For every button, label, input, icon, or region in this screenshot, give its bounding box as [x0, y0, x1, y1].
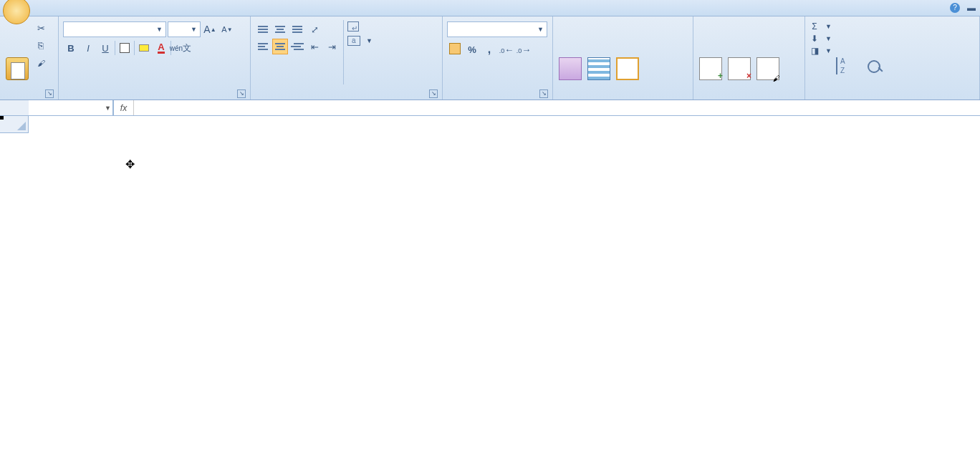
group-font: ▼ ▼ A▲ A▼ B I U A wén文 ↘ — [59, 16, 251, 100]
table-icon — [587, 57, 610, 80]
cell-style-icon — [616, 57, 639, 80]
decrease-indent-button[interactable]: ⇤ — [307, 39, 322, 54]
currency-icon — [449, 43, 461, 57]
font-launcher[interactable]: ↘ — [237, 89, 246, 98]
spreadsheet: ✥ — [0, 116, 980, 451]
autosum-button[interactable]: Σ▼ — [810, 21, 832, 31]
chevron-down-icon: ▼ — [191, 26, 197, 33]
orientation-button[interactable]: ⤢ — [307, 21, 322, 37]
help-area: ? ▬ — [950, 3, 976, 13]
cond-format-icon — [559, 57, 582, 80]
format-as-table-button[interactable] — [585, 19, 613, 84]
alignment-launcher[interactable]: ↘ — [429, 89, 438, 98]
column-headers — [29, 116, 980, 133]
select-all-corner[interactable] — [0, 116, 29, 133]
fill-color-button[interactable] — [136, 40, 152, 56]
paste-icon — [6, 57, 29, 80]
clear-button[interactable]: ◨▼ — [810, 46, 832, 56]
clipboard-launcher[interactable]: ↘ — [45, 89, 54, 98]
group-clipboard: ↘ — [0, 16, 59, 100]
percent-icon — [468, 44, 476, 55]
sigma-icon: Σ — [810, 21, 820, 31]
cell-styles-button[interactable] — [613, 19, 642, 84]
find-icon — [865, 57, 888, 80]
tab-bar: ? ▬ — [0, 0, 980, 16]
phonetic-button[interactable]: wén文 — [173, 40, 188, 56]
insert-icon — [699, 57, 722, 80]
fill-button[interactable]: ⬇▼ — [810, 34, 832, 44]
underline-button[interactable]: U — [97, 40, 113, 56]
comma-icon — [488, 43, 491, 56]
wrap-text-button[interactable] — [347, 21, 373, 31]
increase-indent-button[interactable]: ⇥ — [324, 39, 340, 54]
decrease-font-button[interactable]: A▼ — [219, 21, 235, 37]
insert-cells-button[interactable] — [696, 19, 725, 84]
font-size-combo[interactable]: ▼ — [168, 21, 201, 37]
help-icon[interactable]: ? — [950, 3, 960, 13]
minimize-ribbon-icon[interactable]: ▬ — [967, 3, 976, 13]
border-icon — [120, 43, 130, 53]
fill-down-icon: ⬇ — [810, 34, 820, 44]
sort-filter-button[interactable] — [833, 19, 862, 84]
copy-icon — [38, 40, 44, 51]
align-top-button[interactable] — [255, 21, 271, 37]
eraser-icon: ◨ — [810, 46, 820, 56]
align-left-button[interactable] — [255, 39, 271, 54]
delete-icon — [728, 57, 751, 80]
ribbon: ↘ ▼ ▼ A▲ A▼ B I U A wén文 ↘ — [0, 16, 980, 100]
fill-icon — [139, 44, 149, 52]
group-cells — [693, 16, 805, 100]
cells-area[interactable] — [29, 133, 980, 451]
format-cells-button[interactable] — [754, 19, 782, 84]
bold-button[interactable]: B — [63, 40, 79, 56]
format-icon — [756, 57, 779, 80]
align-middle-button[interactable] — [272, 21, 288, 37]
align-center-button[interactable] — [272, 39, 288, 54]
chevron-down-icon: ▼ — [156, 26, 163, 33]
italic-button[interactable]: I — [80, 40, 96, 56]
name-box[interactable]: ▼ — [29, 100, 113, 115]
copy-button[interactable] — [33, 37, 49, 53]
inc-decimal-icon — [499, 44, 505, 55]
group-styles — [553, 16, 693, 100]
align-right-button[interactable] — [289, 39, 305, 54]
brush-icon — [37, 57, 45, 68]
merge-icon — [347, 36, 360, 46]
number-format-combo[interactable]: ▼ — [447, 21, 547, 37]
border-button[interactable] — [117, 40, 133, 56]
font-family-combo[interactable]: ▼ — [63, 21, 166, 37]
font-color-icon: A — [158, 43, 164, 54]
conditional-formatting-button[interactable] — [556, 19, 585, 84]
decrease-decimal-button[interactable]: → — [516, 42, 532, 57]
group-editing: Σ▼ ⬇▼ ◨▼ — [805, 16, 980, 100]
increase-font-button[interactable]: A▲ — [202, 21, 218, 37]
formula-bar: ▼ fx — [0, 100, 980, 116]
fx-button[interactable]: fx — [114, 100, 134, 115]
percent-button[interactable] — [464, 42, 480, 57]
group-alignment: ⤢ ⇤ ⇥ ▼ ↘ — [251, 16, 443, 100]
number-launcher[interactable]: ↘ — [539, 89, 548, 98]
currency-button[interactable] — [447, 42, 463, 57]
chevron-down-icon: ▼ — [105, 105, 111, 112]
increase-decimal-button[interactable]: ← — [499, 42, 514, 57]
format-painter-button[interactable] — [33, 54, 49, 70]
wrap-icon — [347, 21, 359, 31]
font-color-button[interactable]: A — [153, 40, 169, 56]
merge-center-button[interactable]: ▼ — [347, 36, 373, 46]
cut-button[interactable] — [33, 20, 49, 36]
comma-button[interactable] — [481, 42, 497, 57]
align-bottom-button[interactable] — [289, 21, 305, 37]
find-select-button[interactable] — [862, 19, 890, 84]
group-number: ▼ ← → ↘ — [443, 16, 553, 100]
chevron-down-icon: ▼ — [537, 26, 544, 33]
sort-icon — [836, 57, 859, 80]
delete-cells-button[interactable] — [725, 19, 754, 84]
paste-button[interactable] — [3, 19, 32, 84]
dec-decimal-icon — [517, 44, 522, 55]
scissors-icon — [37, 23, 45, 34]
